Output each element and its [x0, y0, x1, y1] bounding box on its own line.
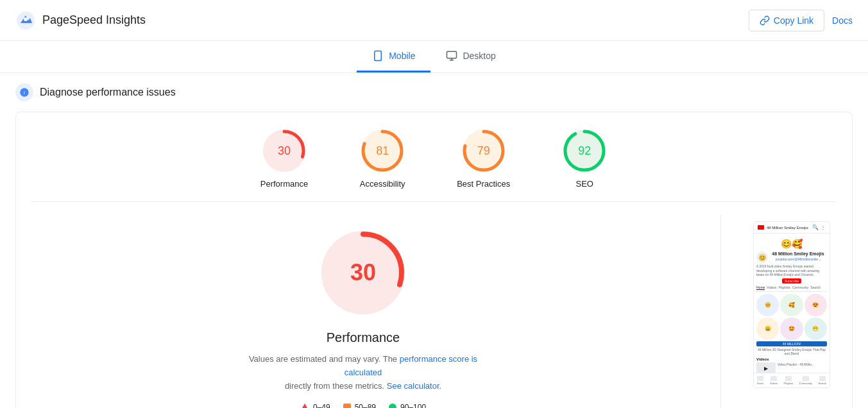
grid-item-3: 😍	[804, 294, 827, 316]
thumb-bottom-nav: Home Videos Playlists Community	[754, 373, 830, 387]
vertical-divider	[720, 215, 721, 408]
performance-description: Values are estimated and may vary. The p…	[235, 353, 491, 393]
thumb-bottom-home-label: Home	[757, 382, 764, 385]
big-score-value: 30	[350, 259, 376, 286]
performance-title: Performance	[327, 330, 400, 345]
score-value-accessibility: 81	[376, 144, 389, 158]
detail-right: 48 Million Smiley Emojis 🔍 ⋮ 😊🥰 😊	[747, 215, 837, 395]
link2-suffix: .	[439, 381, 442, 391]
calculator-link[interactable]: See calculator	[387, 381, 439, 391]
score-label-seo: SEO	[576, 179, 593, 189]
thumb-nav-community: Community	[792, 285, 808, 290]
thumb-bottom-videos-icon	[770, 376, 777, 381]
thumb-video-1: ▶	[756, 362, 776, 373]
thumb-subtitle: 48 Million 3D Designed Smiley Emojis Tha…	[756, 348, 827, 355]
docs-button[interactable]: Docs	[832, 15, 853, 26]
thumb-header: 48 Million Smiley Emojis 🔍 ⋮	[754, 222, 830, 234]
thumb-channel: 48 Million Smiley Emojis	[767, 226, 808, 230]
score-item-seo[interactable]: 92 SEO	[561, 128, 608, 189]
detail-section: 30 Performance Values are estimated and …	[31, 215, 837, 408]
header-right: Copy Link Docs	[749, 10, 853, 31]
thumb-video-info-1: Video Playlist - 48 Millio...	[778, 362, 827, 373]
thumb-url: youtube.com/@48millionsmile...	[769, 257, 827, 261]
thumb-million-badge: 48 MILLION!	[756, 341, 827, 346]
thumb-title-bar: 48 Million Smiley Emojis	[758, 225, 808, 230]
thumb-videos-section: Videos	[756, 357, 827, 361]
score-item-accessibility[interactable]: 81 Accessibility	[359, 128, 405, 189]
header: PageSpeed Insights Copy Link Docs	[0, 0, 868, 41]
legend-range-red: 0–49	[313, 403, 330, 408]
green-circle-icon	[389, 404, 396, 408]
grid-item-4: 😄	[756, 318, 779, 340]
score-item-best-practices[interactable]: 79 Best Practices	[457, 128, 510, 189]
thumb-description: A 2019 built video Smiley Emojis started…	[756, 264, 827, 277]
big-score-container: 30	[318, 228, 408, 318]
thumb-channel-name: 48 Million Smiley Emojis	[769, 251, 827, 256]
youtube-icon	[758, 225, 764, 230]
legend-range-orange: 50–89	[355, 403, 376, 408]
thumb-bottom-playlists-label: Playlists	[784, 382, 794, 385]
mobile-icon	[372, 50, 384, 62]
card-divider	[31, 201, 837, 202]
pagespeed-logo	[15, 10, 36, 31]
screenshot-thumbnail: 48 Million Smiley Emojis 🔍 ⋮ 😊🥰 😊	[753, 221, 830, 388]
thumb-nav-videos: Videos	[767, 285, 776, 290]
grid-item-5: 🤩	[780, 318, 803, 340]
header-left: PageSpeed Insights	[15, 10, 146, 31]
thumb-menu-icon: ⋮	[821, 225, 826, 230]
thumb-nav-playlists: Playlists	[779, 285, 790, 290]
tabs-container: Mobile Desktop	[0, 41, 868, 73]
thumb-search-icon: 🔍	[812, 225, 819, 230]
diagnose-title: Diagnose performance issues	[40, 87, 176, 98]
svg-text:i: i	[24, 90, 25, 96]
tab-desktop-label: Desktop	[463, 51, 495, 61]
detail-left: 30 Performance Values are estimated and …	[31, 215, 695, 408]
thumb-bottom-videos: Videos	[770, 376, 778, 385]
score-circle-accessibility: 81	[359, 128, 405, 174]
app-title: PageSpeed Insights	[42, 13, 146, 27]
copy-link-button[interactable]: Copy Link	[749, 10, 824, 31]
orange-square-icon	[343, 404, 351, 408]
thumb-emoji-display: 😊🥰	[756, 239, 827, 249]
score-circle-seo: 92	[561, 128, 608, 174]
link-icon	[760, 15, 770, 26]
legend-item-red: 0–49	[300, 403, 330, 408]
thumb-bottom-search: Search	[819, 376, 827, 385]
score-value-performance: 30	[278, 144, 291, 158]
grid-item-6: 😁	[804, 318, 827, 340]
thumb-video-row-1: ▶ Video Playlist - 48 Millio...	[756, 362, 827, 373]
thumb-bottom-community-label: Community	[799, 382, 812, 385]
thumb-bottom-community-icon	[803, 376, 809, 381]
thumb-bottom-search-icon	[819, 376, 826, 381]
thumb-nav: Home Videos Playlists Community Search	[756, 285, 827, 292]
thumb-body: 😊🥰 😊 48 Million Smiley Emojis youtube.co…	[754, 234, 830, 373]
scores-card: 30 Performance 81 Accessibility	[15, 112, 853, 408]
thumb-bottom-playlists-icon	[785, 376, 792, 381]
thumb-bottom-videos-label: Videos	[770, 382, 778, 385]
score-label-accessibility: Accessibility	[360, 179, 405, 189]
thumb-emoji-grid: 😊 🥰 😍 😄 🤩 😁	[756, 294, 827, 341]
tab-desktop[interactable]: Desktop	[430, 41, 511, 72]
tab-mobile[interactable]: Mobile	[357, 41, 430, 72]
red-triangle-icon	[300, 404, 309, 408]
thumb-bottom-home-icon	[757, 376, 763, 381]
legend-row: 0–49 50–89 90–100	[300, 403, 426, 408]
thumb-nav-home: Home	[756, 285, 765, 290]
legend-item-green: 90–100	[389, 403, 426, 408]
score-item-performance[interactable]: 30 Performance	[260, 128, 308, 189]
score-circle-performance: 30	[261, 128, 307, 174]
desc-text: Values are estimated and may vary. The	[249, 354, 397, 364]
score-label-best-practices: Best Practices	[457, 179, 510, 189]
score-label-performance: Performance	[260, 179, 308, 189]
grid-item-2: 🥰	[780, 294, 803, 316]
thumb-nav-search: Search	[810, 285, 821, 290]
diagnose-icon: i	[15, 83, 33, 101]
thumb-subscribe-btn: Subscribe	[782, 278, 801, 284]
legend-range-green: 90–100	[400, 403, 426, 408]
legend-item-orange: 50–89	[343, 403, 376, 408]
desktop-icon	[446, 50, 457, 62]
thumb-bottom-home: Home	[757, 376, 764, 385]
copy-link-label: Copy Link	[774, 15, 813, 26]
svg-rect-4	[447, 51, 457, 58]
thumb-bottom-playlists: Playlists	[784, 376, 794, 385]
